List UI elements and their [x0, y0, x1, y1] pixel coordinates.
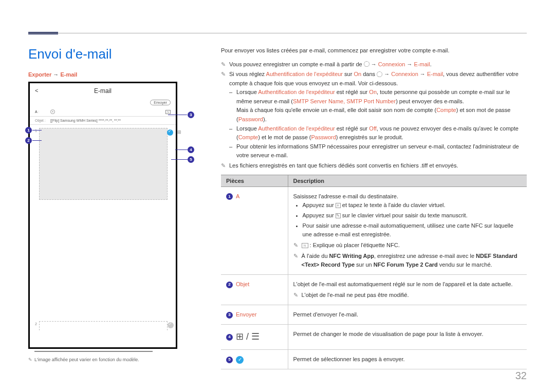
- pen-icon: ✎: [221, 60, 229, 69]
- note-tiff: Les fichiers enregistrés en tant que fic…: [229, 161, 527, 171]
- back-icon: <: [35, 87, 38, 94]
- check-circle-icon: ✓: [236, 356, 244, 364]
- callout-line: [171, 159, 188, 160]
- table-row: 2Objet L'objet de l'e-mail est automatiq…: [221, 275, 527, 305]
- callout-line: [32, 140, 42, 141]
- view-toggle-icon: ⊞ / ☰: [236, 330, 260, 344]
- pen-icon: ✎: [221, 161, 229, 171]
- mock-a-label: A :: [35, 110, 50, 114]
- callout-line: [175, 150, 188, 150]
- parts-table: Pièces Description 1A Saisissez l'adress…: [221, 175, 527, 369]
- cell-desc-objet: L'objet de l'e-mail est automatiquement …: [288, 275, 527, 305]
- cell-desc-view: Permet de changer le mode de visualisati…: [288, 325, 527, 350]
- callout-line: [168, 115, 187, 115]
- th-pieces: Pièces: [221, 175, 288, 186]
- arrow-icon: →: [53, 71, 59, 78]
- mock-page-rect: ⊞: [39, 128, 168, 200]
- plus-icon: +: [50, 109, 55, 114]
- image-disclaimer: ✎L'image affichée peut varier en fonctio…: [28, 357, 206, 362]
- cell-label-objet: 2Objet: [221, 275, 288, 305]
- pen-icon: ✎: [293, 291, 302, 300]
- table-row: 4⊞ / ☰ Permet de changer le mode de visu…: [221, 325, 527, 350]
- callout-4: 4: [188, 146, 194, 153]
- nfc-icon: N: [302, 243, 308, 248]
- mock-title: E-mail: [94, 87, 112, 95]
- pen-icon: ✎: [28, 357, 32, 362]
- grid-view-icon: ⊞: [177, 129, 181, 135]
- nfc-icon: N: [165, 110, 171, 114]
- check-icon: [167, 129, 173, 136]
- sub-note-smtp: Pour obtenir les informations SMTP néces…: [229, 142, 527, 160]
- mock-objet-value: [[Flip] Samsung WMH Series] ****-**-**, …: [50, 119, 121, 122]
- export-path: Exporter → E-mail: [28, 71, 206, 78]
- th-description: Description: [288, 175, 527, 186]
- handwrite-icon: ✎: [336, 213, 341, 218]
- callout-2: 2: [25, 137, 32, 144]
- callout-5: 5: [188, 156, 194, 163]
- cell-label-view: 4⊞ / ☰: [221, 325, 288, 350]
- table-row: 3Envoyer Permet d'envoyer l'e-mail.: [221, 305, 527, 325]
- path-exporter: Exporter: [28, 71, 51, 78]
- plus-icon: +: [336, 203, 341, 208]
- gear-icon: [377, 71, 382, 77]
- pen-icon: ✎: [293, 241, 302, 250]
- intro-text: Pour envoyer vos listes créées par e-mai…: [221, 46, 527, 55]
- table-row: 1A Saisissez l'adresse e-mail du destina…: [221, 186, 527, 274]
- cell-label-a: 1A: [221, 186, 288, 274]
- pen-icon: ✎: [293, 252, 302, 269]
- uncheck-icon: [168, 322, 174, 328]
- cell-desc-select: Permet de sélectionner les pages à envoy…: [288, 350, 527, 369]
- sub-note-on: Lorsque Authentification de l'expéditeur…: [229, 88, 527, 124]
- mock-page-1: 1: [33, 128, 39, 200]
- page-title: Envoi d'e-mail: [28, 46, 206, 62]
- cell-desc-a: Saisissez l'adresse e-mail du destinatai…: [288, 186, 527, 274]
- cell-label-envoyer: 3Envoyer: [221, 305, 288, 325]
- callout-1: 1: [25, 127, 32, 134]
- sub-note-off: Lorsque Authentification de l'expéditeur…: [229, 124, 527, 142]
- table-row: 5✓ Permet de sélectionner les pages à en…: [221, 350, 527, 369]
- screenshot-mockup: < E-mail Envoyer A : + N Objet : [[Flip]…: [28, 82, 193, 352]
- path-email: E-mail: [60, 71, 77, 78]
- note-register: Vous pouvez enregistrer un compte e-mail…: [229, 60, 527, 69]
- mock-objet-label: Objet :: [35, 119, 50, 122]
- mock-page-2: 2: [33, 321, 39, 330]
- mock-send-button: Envoyer: [150, 100, 171, 105]
- pen-icon: ✎: [221, 70, 229, 160]
- header-rule: [28, 33, 527, 33]
- scrollbar: [34, 351, 153, 352]
- gear-icon: [364, 61, 369, 67]
- page-number: 32: [515, 370, 527, 382]
- callout-line: [32, 130, 42, 130]
- cell-desc-envoyer: Permet d'envoyer l'e-mail.: [288, 305, 527, 325]
- mock-page-rect-2: [39, 321, 168, 330]
- note-auth: Si vous réglez Authentification de l'exp…: [229, 70, 527, 160]
- callout-3: 3: [188, 111, 194, 118]
- cell-label-select: 5✓: [221, 350, 288, 369]
